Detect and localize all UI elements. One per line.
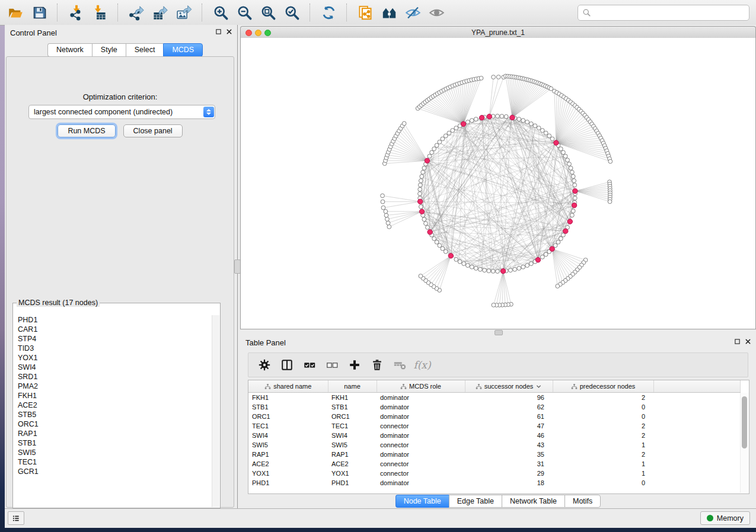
export-network-button[interactable]	[125, 2, 148, 23]
save-session-button[interactable]	[27, 2, 51, 23]
tab-select[interactable]: Select	[126, 43, 164, 57]
tab-motifs[interactable]: Motifs	[564, 495, 601, 508]
mcds-node: GCR1	[18, 467, 212, 476]
open-file-button[interactable]	[4, 2, 27, 23]
import-table-icon	[92, 5, 108, 21]
tab-style[interactable]: Style	[92, 43, 126, 57]
table-toolbar: f(x)	[248, 352, 748, 377]
attribute-icon	[571, 383, 578, 390]
maximize-window-button[interactable]	[264, 30, 271, 36]
network-window: YPA_prune.txt_1	[240, 26, 756, 329]
table-row[interactable]: YOX1YOX1connector291	[248, 469, 741, 478]
mcds-node: PHD1	[18, 315, 212, 325]
select-all-columns-button[interactable]	[298, 355, 321, 375]
table-row[interactable]: FKH1FKH1dominator962	[248, 393, 741, 403]
table-row[interactable]: SWI5SWI5connector431	[248, 440, 741, 450]
table-row[interactable]: PHD1PHD1dominator180	[248, 478, 741, 488]
run-mcds-button[interactable]: Run MCDS	[58, 124, 115, 137]
hide-selected-button[interactable]	[401, 2, 425, 23]
split-view-button[interactable]	[276, 355, 298, 375]
list-icon	[12, 514, 20, 523]
network-canvas-svg	[241, 38, 755, 328]
column-header-name[interactable]: name	[328, 380, 377, 393]
table-row[interactable]: TEC1TEC1connector472	[248, 421, 741, 431]
select-all-icon	[303, 358, 316, 371]
table-row[interactable]: ACE2ACE2connector311	[248, 459, 741, 469]
mcds-node: RAP1	[18, 429, 212, 438]
mcds-node: TEC1	[18, 457, 212, 467]
show-all-button[interactable]	[425, 2, 448, 23]
apply-layout-icon	[321, 5, 337, 21]
table-panel: Table Panel f(x) shared name name	[240, 335, 756, 508]
export-table-button[interactable]	[148, 2, 172, 23]
export-image-button[interactable]	[172, 2, 196, 23]
tab-network[interactable]: Network	[47, 43, 92, 57]
column-header-filler	[653, 380, 741, 393]
minimize-window-button[interactable]	[255, 30, 261, 36]
task-history-button[interactable]	[8, 511, 24, 525]
optimization-criterion-dropdown[interactable]: largest connected component (undirected)	[28, 105, 215, 119]
mcds-node: ORC1	[18, 419, 212, 429]
column-header-predecessor-nodes[interactable]: predecessor nodes	[553, 380, 653, 393]
add-column-button[interactable]	[343, 355, 366, 375]
delete-table-icon	[393, 358, 406, 371]
apply-layout-button[interactable]	[317, 2, 340, 23]
network-window-titlebar[interactable]: YPA_prune.txt_1	[240, 26, 756, 39]
mcds-result-scrollbar[interactable]	[212, 315, 219, 507]
table-panel-title: Table Panel	[240, 338, 286, 347]
tab-edge-table[interactable]: Edge Table	[449, 495, 502, 508]
close-window-button[interactable]	[245, 30, 252, 36]
export-network-icon	[129, 5, 145, 21]
column-header-shared-name[interactable]: shared name	[248, 380, 328, 393]
column-header-successor-nodes[interactable]: successor nodes	[465, 380, 553, 393]
search-input[interactable]	[594, 7, 749, 20]
find-icon	[381, 5, 397, 21]
table-scrollbar[interactable]	[740, 393, 748, 493]
settings-button[interactable]	[253, 355, 276, 375]
column-header-mcds-role[interactable]: MCDS role	[377, 380, 465, 393]
find-button[interactable]	[377, 2, 401, 23]
table-panel-tabs: Node Table Edge Table Network Table Moti…	[240, 495, 756, 508]
zoom-out-button[interactable]	[232, 2, 256, 23]
vertical-splitter[interactable]	[237, 25, 240, 508]
tab-network-table[interactable]: Network Table	[502, 495, 564, 508]
import-table-button[interactable]	[88, 2, 111, 23]
import-network-button[interactable]	[64, 2, 88, 23]
table-row[interactable]: ORC1ORC1dominator610	[248, 412, 741, 421]
search-field[interactable]	[578, 5, 749, 21]
tab-node-table[interactable]: Node Table	[395, 495, 449, 508]
network-snapshot-button[interactable]	[353, 2, 377, 23]
table-row[interactable]: RAP1RAP1dominator352	[248, 450, 741, 459]
app-window: Control Panel Network Style Select MCDS …	[5, 25, 756, 527]
zoom-selected-icon	[284, 5, 300, 21]
mcds-node: SWI4	[18, 363, 212, 372]
show-all-icon	[429, 5, 445, 21]
memory-button[interactable]: Memory	[700, 511, 750, 525]
table-row[interactable]: SWI4SWI4dominator462	[248, 431, 741, 440]
optimization-criterion-value: largest connected component (undirected)	[29, 108, 203, 116]
control-panel-titlebar: Control Panel	[5, 25, 237, 40]
deselect-all-columns-button[interactable]	[321, 355, 343, 375]
delete-column-button[interactable]	[366, 355, 388, 375]
close-panel-icon[interactable]	[226, 28, 232, 35]
toolbar-separator	[202, 4, 203, 21]
save-session-icon	[31, 5, 47, 21]
memory-status-icon	[707, 515, 713, 521]
table-scrollbar-thumb[interactable]	[742, 396, 747, 448]
mcds-node: YOX1	[18, 353, 212, 363]
float-panel-icon[interactable]	[734, 338, 741, 345]
float-panel-icon[interactable]	[215, 28, 222, 35]
attribute-icon	[476, 383, 482, 390]
mcds-tab-pane: Optimization criterion: largest connecte…	[6, 56, 234, 508]
table-row[interactable]: STB1STB1dominator620	[248, 402, 741, 412]
zoom-in-button[interactable]	[209, 2, 232, 23]
zoom-fit-button[interactable]	[256, 2, 280, 23]
close-panel-button[interactable]: Close panel	[123, 124, 183, 137]
tab-mcds[interactable]: MCDS	[163, 43, 203, 57]
mcds-node: SRD1	[18, 372, 212, 382]
node-table-body: FKH1FKH1dominator962STB1STB1dominator620…	[248, 393, 741, 488]
zoom-selected-button[interactable]	[280, 2, 304, 23]
close-panel-icon[interactable]	[745, 338, 751, 345]
network-canvas[interactable]	[240, 38, 756, 329]
function-icon: f(x)	[413, 359, 430, 371]
